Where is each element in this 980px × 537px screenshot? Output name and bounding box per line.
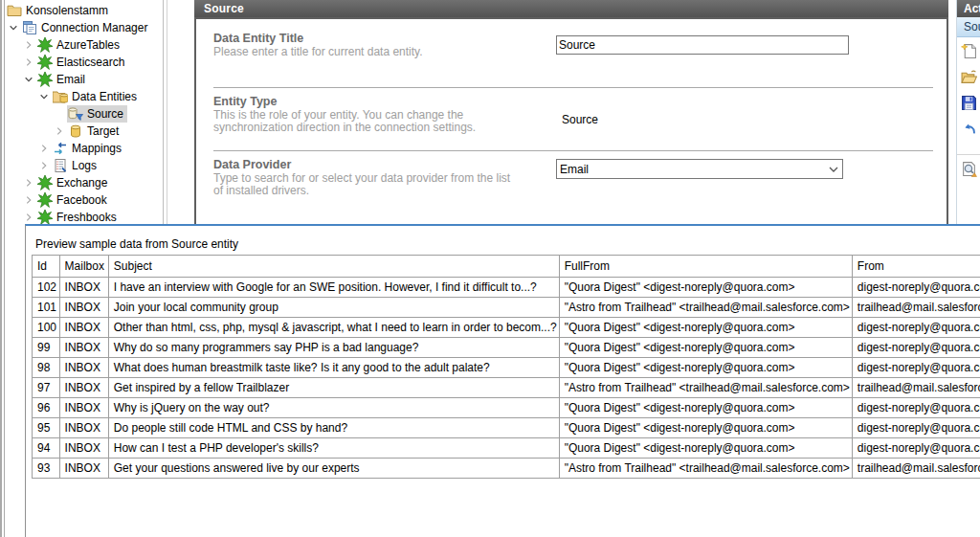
cell[interactable]: INBOX (59, 318, 108, 338)
tree-item-azuretables[interactable]: AzureTables (6, 36, 161, 54)
tree-chevron[interactable] (21, 55, 36, 70)
cell[interactable]: INBOX (59, 278, 108, 298)
cell[interactable]: digest-noreply@quora.com (852, 438, 980, 459)
cell[interactable]: "Quora Digest" <digest-noreply@quora.com… (559, 338, 852, 358)
cell[interactable]: 95 (33, 418, 60, 438)
cell[interactable]: "Astro from Trailhead" <trailhead@mail.s… (559, 298, 852, 318)
tree-item-row[interactable]: Exchange (36, 174, 111, 191)
tree-item-data-entities[interactable]: Data Entities (6, 88, 161, 105)
data-entity-title-input[interactable] (556, 35, 849, 55)
open-button[interactable] (961, 69, 980, 89)
cell[interactable]: trailhead@mail.salesforce.com (852, 459, 980, 479)
cell[interactable]: 96 (33, 398, 60, 418)
tree-chevron[interactable] (36, 158, 52, 173)
cell[interactable]: How can I test a PHP developer's skills? (108, 438, 559, 459)
tree-item-row[interactable]: Data Entities (52, 88, 141, 105)
chevron-down-icon[interactable] (825, 163, 842, 176)
tree-chevron[interactable] (36, 141, 52, 156)
column-header-id[interactable]: Id (33, 256, 60, 278)
cell[interactable]: 93 (33, 459, 60, 479)
cell[interactable]: Get your questions answered live by our … (108, 459, 559, 479)
table-row[interactable]: 96INBOXWhy is jQuery on the way out?"Quo… (33, 398, 980, 418)
cell[interactable]: digest-noreply@quora.com (852, 338, 980, 358)
column-header-mailbox[interactable]: Mailbox (59, 256, 108, 278)
tree-item-logs[interactable]: Logs (6, 157, 161, 174)
save-button[interactable] (961, 95, 980, 115)
cell[interactable]: INBOX (59, 338, 108, 358)
tree-chevron[interactable] (21, 192, 36, 208)
table-row[interactable]: 101INBOXJoin your local community group"… (33, 298, 980, 318)
tree-item-row[interactable]: Facebook (36, 191, 111, 209)
tree-item-row[interactable]: Email (36, 71, 89, 88)
column-header-from[interactable]: From (852, 256, 980, 278)
column-header-subject[interactable]: Subject (108, 256, 559, 278)
preview-data-button[interactable] (961, 161, 980, 181)
cell[interactable]: 101 (33, 298, 60, 318)
cell[interactable]: INBOX (59, 418, 108, 438)
tree-item-row[interactable]: Mappings (52, 140, 125, 157)
cell[interactable]: "Astro from Trailhead" <trailhead@mail.s… (559, 459, 852, 479)
cell[interactable]: INBOX (59, 398, 108, 418)
cell[interactable]: "Quora Digest" <digest-noreply@quora.com… (559, 278, 852, 298)
cell[interactable]: digest-noreply@quora.com (852, 358, 980, 378)
cell[interactable]: Other than html, css, php, mysql & javas… (108, 318, 559, 338)
tree-item-target[interactable]: Target (6, 123, 161, 140)
cell[interactable]: Why is jQuery on the way out? (108, 398, 559, 418)
table-row[interactable]: 95INBOXDo people still code HTML and CSS… (33, 418, 980, 438)
tree-splitter[interactable] (163, 0, 164, 224)
cell[interactable]: trailhead@mail.salesforce.com (852, 298, 980, 318)
tree-chevron[interactable] (36, 89, 52, 104)
tree-chevron[interactable] (52, 123, 67, 139)
table-row[interactable]: 93INBOXGet your questions answered live … (33, 459, 980, 479)
cell[interactable]: 102 (33, 278, 60, 298)
cell[interactable]: 99 (33, 338, 60, 358)
table-row[interactable]: 100INBOXOther than html, css, php, mysql… (33, 318, 980, 338)
cell[interactable]: 97 (33, 378, 60, 398)
cell[interactable]: I have an interview with Google for an S… (108, 278, 559, 298)
tree-item-mappings[interactable]: Mappings (6, 140, 161, 157)
tree-item-row[interactable]: Konsolenstamm (6, 2, 112, 19)
tree-chevron[interactable] (21, 210, 36, 225)
cell[interactable]: INBOX (59, 459, 108, 479)
cell[interactable]: 98 (33, 358, 60, 378)
data-provider-select[interactable]: Email (556, 159, 843, 179)
cell[interactable]: Get inspired by a fellow Trailblazer (108, 378, 559, 398)
cell[interactable]: digest-noreply@quora.com (852, 278, 980, 298)
tree-item-row[interactable]: Logs (52, 157, 100, 174)
cell[interactable]: Why do so many programmers say PHP is a … (108, 338, 559, 358)
cell[interactable]: "Astro from Trailhead" <trailhead@mail.s… (559, 378, 852, 398)
cell[interactable]: 100 (33, 318, 60, 338)
cell[interactable]: Do people still code HTML and CSS by han… (108, 418, 559, 438)
tree-item-row[interactable]: Target (67, 123, 122, 140)
table-row[interactable]: 98INBOXWhat does human breastmilk taste … (33, 358, 980, 378)
table-row[interactable]: 102INBOXI have an interview with Google … (33, 278, 980, 298)
cell[interactable]: INBOX (59, 298, 108, 318)
tree-item-source[interactable]: Source (6, 105, 161, 123)
cell[interactable]: digest-noreply@quora.com (852, 398, 980, 418)
tree-item-row[interactable]: Connection Manager (21, 19, 151, 36)
cell[interactable]: "Quora Digest" <digest-noreply@quora.com… (559, 318, 852, 338)
table-row[interactable]: 99INBOXWhy do so many programmers say PH… (33, 338, 980, 358)
cell[interactable]: trailhead@mail.salesforce.com (852, 378, 980, 398)
undo-button[interactable] (961, 121, 980, 141)
cell[interactable]: "Quora Digest" <digest-noreply@quora.com… (559, 398, 852, 418)
tree-chevron[interactable] (21, 72, 36, 87)
tree-chevron[interactable] (6, 20, 21, 35)
tree-item-row[interactable]: Source (67, 105, 127, 123)
tree-item-elasticsearch[interactable]: Elasticsearch (6, 54, 161, 71)
table-row[interactable]: 94INBOXHow can I test a PHP developer's … (33, 438, 980, 459)
tree-item-exchange[interactable]: Exchange (6, 174, 161, 191)
tree-item-facebook[interactable]: Facebook (6, 191, 161, 209)
cell[interactable]: Join your local community group (108, 298, 559, 318)
cell[interactable]: "Quora Digest" <digest-noreply@quora.com… (559, 438, 852, 459)
cell[interactable]: What does human breastmilk taste like? I… (108, 358, 559, 378)
tree-chevron[interactable] (21, 37, 36, 53)
cell[interactable]: "Quora Digest" <digest-noreply@quora.com… (559, 358, 852, 378)
cell[interactable]: INBOX (59, 378, 108, 398)
tree-item-email[interactable]: Email (6, 71, 161, 88)
cell[interactable]: 94 (33, 438, 60, 459)
cell[interactable]: digest-noreply@quora.com (852, 318, 980, 338)
tree-chevron[interactable] (21, 175, 36, 190)
new-connection-button[interactable] (961, 43, 980, 63)
cell[interactable]: digest-noreply@quora.com (852, 418, 980, 438)
